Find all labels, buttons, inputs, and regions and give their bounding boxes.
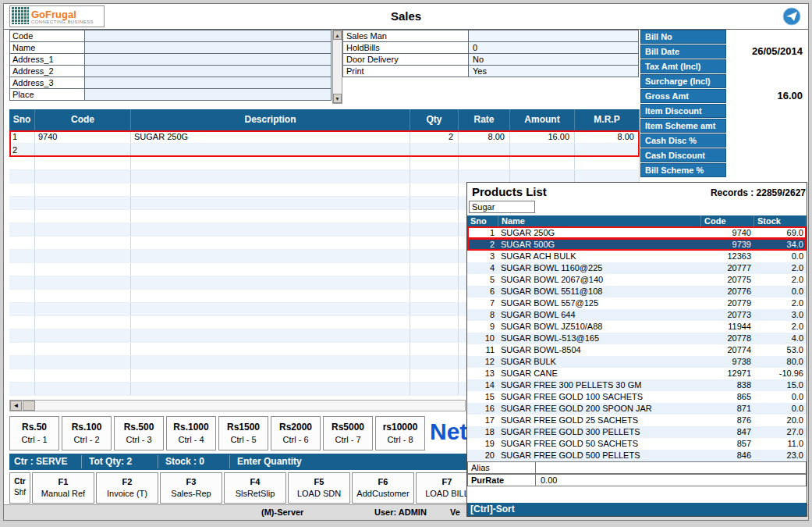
denomination-button-rs5000[interactable]: Rs5000Ctrl - 7 <box>323 416 373 450</box>
denomination-button-rs-500[interactable]: Rs.500Ctrl - 3 <box>114 416 164 450</box>
product-sno: 16 <box>467 403 498 415</box>
products-list-row[interactable]: 9SUGAR BOWL JZ510/A88119442.0 <box>467 321 807 333</box>
products-list-row[interactable]: 4SUGAR BOWL 1160@225207772.0 <box>467 262 807 274</box>
products-list-row[interactable]: 19SUGAR FREE GOLD 50 SACHETS85711.0 <box>467 438 807 450</box>
product-sno: 19 <box>467 438 498 450</box>
holdbills-value[interactable]: 0 <box>468 41 639 54</box>
product-sno: 14 <box>467 379 498 391</box>
products-col-header[interactable]: Code <box>701 215 754 227</box>
products-col-header[interactable]: Name <box>498 215 701 227</box>
products-list-row[interactable]: 3SUGAR ACH BULK123630.0 <box>467 251 807 262</box>
customer-address-2-input[interactable] <box>84 65 332 77</box>
fkey-f2-invoice-t[interactable]: F2Invoice (T) <box>96 472 158 504</box>
products-list-row[interactable]: 10SUGAR BOWL-513@165207784.0 <box>467 333 807 344</box>
bill-label-gross-amt: Gross Amt <box>640 89 726 103</box>
items-cell <box>35 383 131 395</box>
denomination-button-rs10000[interactable]: rs10000Ctrl - 8 <box>375 416 425 450</box>
items-cell <box>410 383 459 395</box>
messenger-icon[interactable] <box>782 6 802 27</box>
product-code: 846 <box>701 450 754 461</box>
fkey-f3-sales-rep[interactable]: F3Sales-Rep <box>160 472 222 504</box>
hscroll-thumb[interactable] <box>23 401 35 411</box>
items-hscrollbar[interactable]: ◄ <box>9 400 466 411</box>
products-list-row[interactable]: 2SUGAR 500G973934.0 <box>467 239 807 251</box>
products-list-row[interactable]: 14SUGAR FREE 300 PELLETS 30 GM83815.0 <box>467 379 807 391</box>
customer-address-1-input[interactable] <box>84 53 332 66</box>
denomination-button-rs-100[interactable]: Rs.100Ctrl - 2 <box>62 416 112 450</box>
items-cell: 8.00 <box>575 130 640 143</box>
customer-field-label: Code <box>9 30 85 42</box>
scroll-left-icon[interactable]: ◄ <box>10 401 22 411</box>
product-code: 20778 <box>701 333 754 344</box>
bill-panel: Bill NoBill Date26/05/2014Tax Amt (Incl)… <box>640 30 804 178</box>
products-records-count: Records : 22859/2627 <box>711 187 806 198</box>
fkey-f6-addcustomer[interactable]: F6AddCustomer <box>352 472 414 504</box>
denomination-amount: Rs1500 <box>219 422 268 433</box>
products-list-row[interactable]: 11SUGAR BOWL-85042077453.0 <box>467 344 807 356</box>
sales-man-value[interactable] <box>468 30 639 42</box>
product-code: 20775 <box>701 274 754 286</box>
fkey-f5-load-sdn[interactable]: F5LOAD SDN <box>288 472 350 504</box>
products-list-row[interactable]: 1SUGAR 250G974069.0 <box>467 227 807 239</box>
products-list-row[interactable]: 15SUGAR FREE GOLD 100 SACHETS8650.0 <box>467 391 807 403</box>
items-cell <box>575 157 640 169</box>
products-list-row[interactable]: 6SUGAR BOWL 5511@108207760.0 <box>467 286 807 297</box>
customer-name-input[interactable] <box>84 41 332 54</box>
product-sno: 8 <box>467 309 498 321</box>
customer-address-3-input[interactable] <box>84 77 332 89</box>
products-list-row[interactable]: 12SUGAR BULK973880.0 <box>467 356 807 368</box>
bill-label-cash-discount: Cash Discount <box>640 148 726 162</box>
fkey-number: F1 <box>33 477 94 486</box>
status-prompt: Enter Quantity <box>237 454 302 470</box>
bill-panel-row: Cash Discount <box>640 148 804 162</box>
scroll-down-icon[interactable]: ▼ <box>333 94 342 103</box>
products-col-header[interactable]: Sno <box>467 215 498 227</box>
fkey-f1-manual-ref[interactable]: F1Manual Ref <box>32 472 94 504</box>
denomination-button-rs2000[interactable]: Rs2000Ctrl - 6 <box>271 416 321 450</box>
bill-value-item-scheme-amt <box>726 119 804 133</box>
items-cell <box>131 170 410 183</box>
fkey-f4-slsretslip[interactable]: F4SlsRetSlip <box>224 472 286 504</box>
product-code: 871 <box>701 403 754 415</box>
products-list-row[interactable]: 7SUGAR BOWL 557@125207792.0 <box>467 297 807 309</box>
door-delivery-value[interactable]: No <box>468 53 639 66</box>
products-list-row[interactable]: 18SUGAR FREE GOLD 300 PELLETS84727.0 <box>467 426 807 438</box>
products-list-row[interactable]: 8SUGAR BOWL 644207733.0 <box>467 309 807 321</box>
customer-place-input[interactable] <box>84 88 332 101</box>
denomination-button-rs-1000[interactable]: Rs.1000Ctrl - 4 <box>166 416 216 450</box>
scroll-up-icon[interactable]: ▲ <box>333 30 342 40</box>
status-stock: Stock : 0 <box>165 454 204 470</box>
denomination-button-rs1500[interactable]: Rs1500Ctrl - 5 <box>218 416 268 450</box>
fkey-label: SlsRetSlip <box>225 489 285 498</box>
product-name: SUGAR 250G <box>498 227 701 239</box>
items-table-row[interactable] <box>9 157 640 170</box>
fkey-number: F3 <box>161 477 222 486</box>
denomination-shortcut: Ctrl - 7 <box>324 435 372 444</box>
customer-form-scrollbar[interactable]: ▲ ▼ <box>332 30 342 104</box>
product-stock: 20.0 <box>754 415 807 426</box>
alias-input[interactable] <box>535 461 807 474</box>
products-list-row[interactable]: 5SUGAR BOWL 2067@140207752.0 <box>467 274 807 286</box>
print-value[interactable]: Yes <box>468 65 639 77</box>
denomination-button-rs-50[interactable]: Rs.50Ctrl - 1 <box>9 416 59 450</box>
items-table-row[interactable]: 2 <box>9 144 640 157</box>
products-list-row[interactable]: 13SUGAR CANE12971-10.96 <box>467 368 807 379</box>
items-cell <box>9 329 35 342</box>
customer-code-input[interactable] <box>84 30 332 42</box>
product-sno: 3 <box>467 251 498 262</box>
products-list-header: SnoNameCodeStock <box>467 215 807 227</box>
products-list-row[interactable]: 20SUGAR FREE GOLD 500 PELLETS84623.0 <box>467 450 807 461</box>
status-separator <box>158 455 158 468</box>
product-search-input[interactable] <box>469 201 535 213</box>
denomination-shortcut: Ctrl - 1 <box>10 435 59 444</box>
fkey-label: AddCustomer <box>353 489 413 498</box>
items-table-row[interactable]: 19740SUGAR 250G28.0016.008.00 <box>9 130 640 144</box>
products-col-header[interactable]: Stock <box>754 215 807 227</box>
items-cell <box>410 369 459 382</box>
product-name: SUGAR FREE 300 PELLETS 30 GM <box>498 379 701 391</box>
products-list-row[interactable]: 16SUGAR FREE GOLD 200 SPOON JAR8710.0 <box>467 403 807 415</box>
product-sno: 5 <box>467 274 498 286</box>
products-list-row[interactable]: 17SUGAR FREE GOLD 25 SACHETS87620.0 <box>467 415 807 426</box>
fkey-ctr-shf[interactable]: CtrShf <box>9 472 30 504</box>
items-col-header: Description <box>131 109 410 130</box>
